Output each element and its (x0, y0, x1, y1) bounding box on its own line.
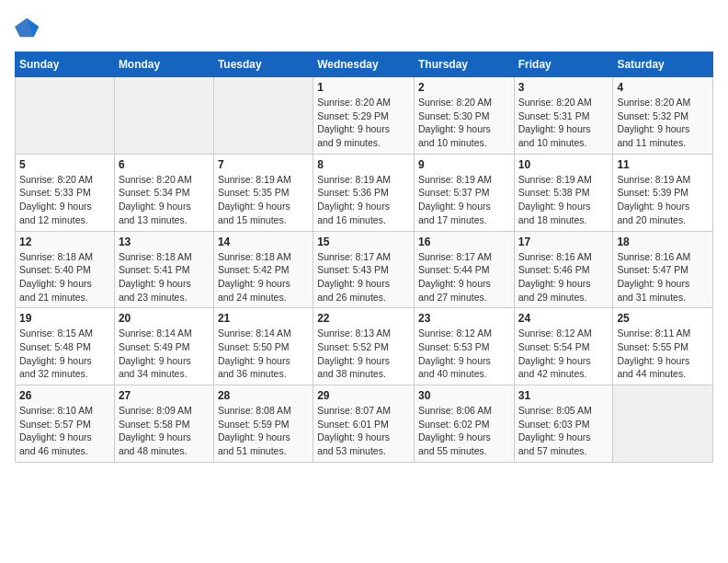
calendar-cell: 25Sunrise: 8:11 AM Sunset: 5:55 PM Dayli… (613, 308, 713, 385)
day-number: 12 (19, 236, 110, 248)
day-number: 6 (119, 158, 210, 171)
calendar-cell: 4Sunrise: 8:20 AM Sunset: 5:32 PM Daylig… (613, 77, 713, 155)
day-number: 29 (317, 389, 410, 402)
calendar-cell: 13Sunrise: 8:18 AM Sunset: 5:41 PM Dayli… (114, 231, 213, 308)
calendar-cell: 21Sunrise: 8:14 AM Sunset: 5:50 PM Dayli… (213, 308, 313, 385)
week-row-1: 1Sunrise: 8:20 AM Sunset: 5:29 PM Daylig… (16, 77, 713, 155)
calendar-cell: 7Sunrise: 8:19 AM Sunset: 5:35 PM Daylig… (213, 154, 313, 231)
calendar-cell: 14Sunrise: 8:18 AM Sunset: 5:42 PM Dayli… (213, 231, 313, 308)
day-info: Sunrise: 8:09 AM Sunset: 5:58 PM Dayligh… (119, 404, 210, 458)
day-number: 11 (617, 158, 709, 171)
day-number: 1 (317, 81, 410, 94)
week-row-3: 12Sunrise: 8:18 AM Sunset: 5:40 PM Dayli… (16, 231, 713, 308)
calendar-cell: 2Sunrise: 8:20 AM Sunset: 5:30 PM Daylig… (414, 77, 514, 155)
day-number: 16 (418, 236, 510, 248)
day-number: 28 (218, 389, 309, 402)
day-info: Sunrise: 8:20 AM Sunset: 5:29 PM Dayligh… (317, 96, 410, 150)
day-info: Sunrise: 8:18 AM Sunset: 5:40 PM Dayligh… (19, 250, 110, 304)
weekday-header-tuesday: Tuesday (213, 52, 313, 77)
day-info: Sunrise: 8:20 AM Sunset: 5:30 PM Dayligh… (418, 96, 510, 150)
week-row-5: 26Sunrise: 8:10 AM Sunset: 5:57 PM Dayli… (16, 385, 713, 463)
day-info: Sunrise: 8:12 AM Sunset: 5:54 PM Dayligh… (518, 327, 609, 381)
day-number: 10 (518, 158, 609, 171)
weekday-header-sunday: Sunday (16, 52, 115, 77)
calendar-cell: 30Sunrise: 8:06 AM Sunset: 6:02 PM Dayli… (414, 385, 514, 463)
day-info: Sunrise: 8:05 AM Sunset: 6:03 PM Dayligh… (518, 404, 609, 458)
calendar-cell: 6Sunrise: 8:20 AM Sunset: 5:34 PM Daylig… (114, 154, 213, 231)
calendar-cell: 9Sunrise: 8:19 AM Sunset: 5:37 PM Daylig… (414, 154, 514, 231)
day-info: Sunrise: 8:12 AM Sunset: 5:53 PM Dayligh… (418, 327, 510, 381)
logo (15, 15, 44, 40)
calendar-cell: 1Sunrise: 8:20 AM Sunset: 5:29 PM Daylig… (313, 77, 415, 155)
calendar-cell: 3Sunrise: 8:20 AM Sunset: 5:31 PM Daylig… (514, 77, 613, 155)
day-number: 30 (418, 389, 510, 402)
day-info: Sunrise: 8:06 AM Sunset: 6:02 PM Dayligh… (418, 404, 510, 458)
day-info: Sunrise: 8:07 AM Sunset: 6:01 PM Dayligh… (317, 404, 410, 458)
calendar-cell: 29Sunrise: 8:07 AM Sunset: 6:01 PM Dayli… (313, 385, 415, 463)
calendar-cell: 20Sunrise: 8:14 AM Sunset: 5:49 PM Dayli… (114, 308, 213, 385)
calendar-cell: 17Sunrise: 8:16 AM Sunset: 5:46 PM Dayli… (514, 231, 613, 308)
day-number: 8 (317, 158, 410, 171)
calendar-cell: 8Sunrise: 8:19 AM Sunset: 5:36 PM Daylig… (313, 154, 415, 231)
calendar-cell: 16Sunrise: 8:17 AM Sunset: 5:44 PM Dayli… (414, 231, 514, 308)
day-info: Sunrise: 8:16 AM Sunset: 5:46 PM Dayligh… (518, 250, 609, 304)
day-info: Sunrise: 8:15 AM Sunset: 5:48 PM Dayligh… (19, 327, 110, 381)
day-number: 19 (19, 312, 110, 325)
day-info: Sunrise: 8:17 AM Sunset: 5:43 PM Dayligh… (317, 250, 410, 304)
calendar-cell: 26Sunrise: 8:10 AM Sunset: 5:57 PM Dayli… (16, 385, 115, 463)
calendar-cell (114, 77, 213, 155)
day-info: Sunrise: 8:13 AM Sunset: 5:52 PM Dayligh… (317, 327, 410, 381)
calendar-cell: 23Sunrise: 8:12 AM Sunset: 5:53 PM Dayli… (414, 308, 514, 385)
day-number: 13 (119, 236, 210, 248)
calendar-cell: 15Sunrise: 8:17 AM Sunset: 5:43 PM Dayli… (313, 231, 415, 308)
day-info: Sunrise: 8:18 AM Sunset: 5:41 PM Dayligh… (119, 250, 210, 304)
day-info: Sunrise: 8:16 AM Sunset: 5:47 PM Dayligh… (617, 250, 709, 304)
day-info: Sunrise: 8:19 AM Sunset: 5:37 PM Dayligh… (418, 173, 510, 227)
day-number: 31 (518, 389, 609, 402)
day-info: Sunrise: 8:14 AM Sunset: 5:50 PM Dayligh… (218, 327, 309, 381)
calendar-cell: 11Sunrise: 8:19 AM Sunset: 5:39 PM Dayli… (613, 154, 713, 231)
week-row-4: 19Sunrise: 8:15 AM Sunset: 5:48 PM Dayli… (16, 308, 713, 385)
day-number: 5 (19, 158, 110, 171)
calendar-cell: 5Sunrise: 8:20 AM Sunset: 5:33 PM Daylig… (16, 154, 115, 231)
calendar-header-row: SundayMondayTuesdayWednesdayThursdayFrid… (16, 52, 713, 77)
day-info: Sunrise: 8:19 AM Sunset: 5:35 PM Dayligh… (218, 173, 309, 227)
calendar-cell: 12Sunrise: 8:18 AM Sunset: 5:40 PM Dayli… (16, 231, 115, 308)
day-number: 2 (418, 81, 510, 94)
day-number: 22 (317, 312, 410, 325)
day-info: Sunrise: 8:10 AM Sunset: 5:57 PM Dayligh… (19, 404, 110, 458)
day-number: 17 (518, 236, 609, 248)
day-number: 15 (317, 236, 410, 248)
day-number: 18 (617, 236, 709, 248)
calendar-cell: 22Sunrise: 8:13 AM Sunset: 5:52 PM Dayli… (313, 308, 415, 385)
day-info: Sunrise: 8:19 AM Sunset: 5:39 PM Dayligh… (617, 173, 709, 227)
day-info: Sunrise: 8:20 AM Sunset: 5:32 PM Dayligh… (617, 96, 709, 150)
day-number: 21 (218, 312, 309, 325)
calendar-cell (16, 77, 115, 155)
weekday-header-friday: Friday (514, 52, 613, 77)
day-info: Sunrise: 8:19 AM Sunset: 5:38 PM Dayligh… (518, 173, 609, 227)
weekday-header-thursday: Thursday (414, 52, 514, 77)
day-info: Sunrise: 8:11 AM Sunset: 5:55 PM Dayligh… (617, 327, 709, 381)
calendar-cell: 24Sunrise: 8:12 AM Sunset: 5:54 PM Dayli… (514, 308, 613, 385)
weekday-header-saturday: Saturday (613, 52, 713, 77)
logo-icon (15, 15, 40, 40)
day-number: 27 (119, 389, 210, 402)
weekday-header-monday: Monday (114, 52, 213, 77)
day-info: Sunrise: 8:14 AM Sunset: 5:49 PM Dayligh… (119, 327, 210, 381)
day-number: 24 (518, 312, 609, 325)
day-info: Sunrise: 8:20 AM Sunset: 5:34 PM Dayligh… (119, 173, 210, 227)
day-info: Sunrise: 8:20 AM Sunset: 5:33 PM Dayligh… (19, 173, 110, 227)
calendar-cell: 27Sunrise: 8:09 AM Sunset: 5:58 PM Dayli… (114, 385, 213, 463)
weekday-header-wednesday: Wednesday (313, 52, 415, 77)
day-info: Sunrise: 8:08 AM Sunset: 5:59 PM Dayligh… (218, 404, 309, 458)
day-info: Sunrise: 8:17 AM Sunset: 5:44 PM Dayligh… (418, 250, 510, 304)
day-number: 25 (617, 312, 709, 325)
calendar-cell: 18Sunrise: 8:16 AM Sunset: 5:47 PM Dayli… (613, 231, 713, 308)
day-info: Sunrise: 8:20 AM Sunset: 5:31 PM Dayligh… (518, 96, 609, 150)
day-info: Sunrise: 8:19 AM Sunset: 5:36 PM Dayligh… (317, 173, 410, 227)
week-row-2: 5Sunrise: 8:20 AM Sunset: 5:33 PM Daylig… (16, 154, 713, 231)
calendar-cell: 31Sunrise: 8:05 AM Sunset: 6:03 PM Dayli… (514, 385, 613, 463)
page-header (15, 15, 713, 40)
day-info: Sunrise: 8:18 AM Sunset: 5:42 PM Dayligh… (218, 250, 309, 304)
